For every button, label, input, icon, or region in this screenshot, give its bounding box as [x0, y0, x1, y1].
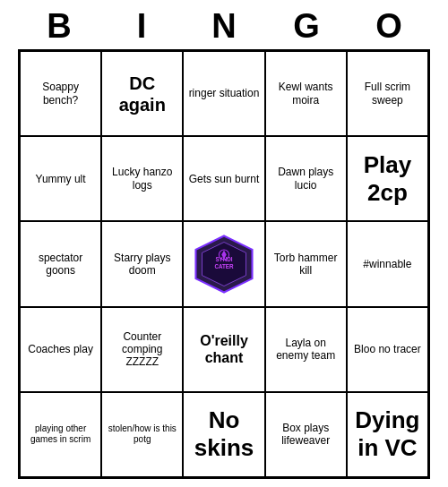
- cell-text-4: Full scrim sweep: [351, 81, 424, 107]
- cell-text-6: Lucky hanzo logs: [106, 166, 178, 192]
- bingo-letter-n: N: [186, 7, 262, 46]
- bingo-cell-15: Coaches play: [20, 307, 101, 392]
- bingo-cell-23: Box plays lifeweaver: [265, 392, 347, 477]
- bingo-cell-9: Play 2cp: [347, 136, 428, 221]
- cell-text-10: spectator goons: [24, 252, 97, 278]
- bingo-cell-17: O'reilly chant: [183, 307, 264, 392]
- bingo-cell-21: stolen/how is this potg: [101, 392, 183, 477]
- bingo-letter-b: B: [22, 7, 97, 46]
- cell-text-16: Counter comping ZZZZZ: [106, 330, 178, 369]
- bingo-cell-1: DC again: [101, 51, 183, 136]
- cell-text-1: DC again: [106, 73, 178, 115]
- cell-text-13: Torb hammer kill: [270, 252, 342, 278]
- bingo-cell-7: Gets sun burnt: [183, 136, 264, 221]
- cell-text-2: ringer situation: [189, 87, 260, 99]
- cell-text-9: Play 2cp: [351, 151, 424, 207]
- syndicater-logo: SYNDI CATER: [193, 233, 255, 295]
- bingo-grid: Soappy bench?DC againringer situationKew…: [18, 49, 430, 479]
- cell-text-19: Bloo no tracer: [354, 343, 421, 355]
- bingo-cell-14: #winnable: [347, 221, 428, 306]
- bingo-cell-20: playing other games in scrim: [20, 392, 101, 477]
- cell-text-24: Dying in VC: [351, 406, 424, 462]
- bingo-header: BINGO: [18, 0, 430, 49]
- bingo-cell-6: Lucky hanzo logs: [101, 136, 183, 221]
- bingo-cell-5: Yummy ult: [20, 136, 101, 221]
- bingo-letter-o: O: [351, 7, 426, 46]
- bingo-cell-4: Full scrim sweep: [347, 51, 428, 136]
- bingo-cell-24: Dying in VC: [347, 392, 428, 477]
- bingo-letter-g: G: [269, 7, 344, 46]
- cell-text-14: #winnable: [363, 258, 411, 270]
- bingo-cell-10: spectator goons: [20, 221, 101, 306]
- cell-text-8: Dawn plays lucio: [270, 166, 342, 192]
- bingo-cell-16: Counter comping ZZZZZ: [101, 307, 183, 392]
- cell-text-23: Box plays lifeweaver: [270, 422, 342, 448]
- cell-text-17: O'reilly chant: [187, 332, 260, 366]
- bingo-cell-22: No skins: [183, 392, 264, 477]
- bingo-cell-13: Torb hammer kill: [265, 221, 347, 306]
- cell-text-21: stolen/how is this potg: [106, 423, 178, 445]
- bingo-cell-19: Bloo no tracer: [347, 307, 428, 392]
- cell-text-7: Gets sun burnt: [189, 173, 260, 185]
- cell-text-20: playing other games in scrim: [24, 423, 97, 445]
- cell-text-15: Coaches play: [28, 343, 93, 355]
- cell-text-0: Soappy bench?: [24, 81, 97, 107]
- bingo-letter-i: I: [104, 7, 179, 46]
- cell-text-18: Layla on enemy team: [270, 337, 342, 363]
- bingo-cell-11: Starry plays doom: [101, 221, 183, 306]
- cell-text-11: Starry plays doom: [106, 252, 178, 278]
- bingo-cell-8: Dawn plays lucio: [265, 136, 347, 221]
- bingo-cell-12: SYNDI CATER: [183, 221, 264, 306]
- bingo-cell-0: Soappy bench?: [20, 51, 101, 136]
- cell-text-5: Yummy ult: [36, 173, 86, 185]
- cell-text-22: No skins: [187, 406, 260, 462]
- cell-text-3: Kewl wants moira: [270, 81, 342, 107]
- bingo-cell-3: Kewl wants moira: [265, 51, 347, 136]
- bingo-cell-18: Layla on enemy team: [265, 307, 347, 392]
- bingo-cell-2: ringer situation: [183, 51, 264, 136]
- svg-text:CATER: CATER: [214, 263, 234, 269]
